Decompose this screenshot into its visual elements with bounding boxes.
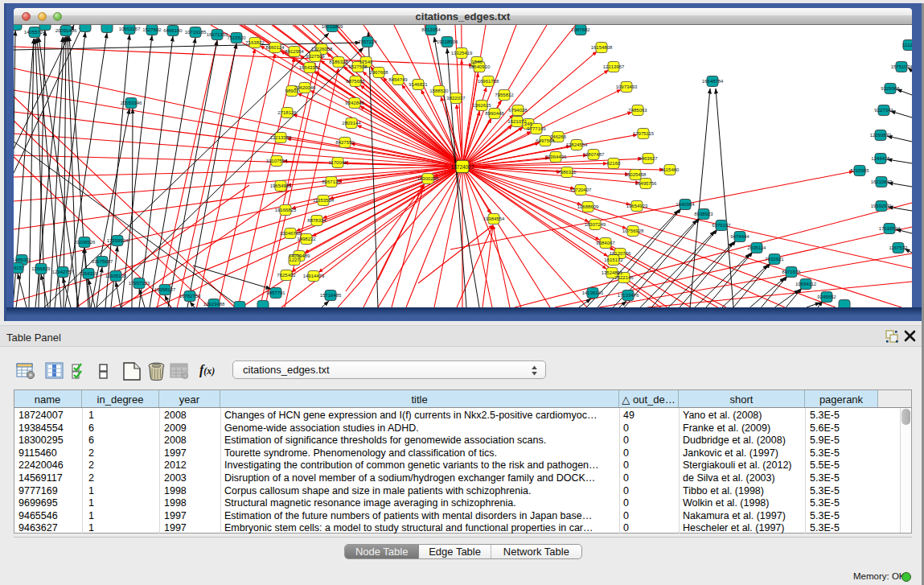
svg-text:10025458: 10025458 <box>625 172 647 177</box>
svg-text:2935114: 2935114 <box>748 245 767 250</box>
svg-text:93975687: 93975687 <box>92 259 113 264</box>
svg-text:10107554: 10107554 <box>266 159 288 163</box>
svg-text:7485063: 7485063 <box>628 108 647 113</box>
svg-text:11353594: 11353594 <box>313 198 335 203</box>
svg-text:8912954: 8912954 <box>285 49 304 54</box>
svg-text:16495756: 16495756 <box>635 181 657 186</box>
svg-text:12213967: 12213967 <box>603 64 625 69</box>
svg-text:15720407: 15720407 <box>570 187 592 192</box>
svg-text:2087682: 2087682 <box>571 27 590 32</box>
svg-text:6497568: 6497568 <box>536 138 555 143</box>
svg-text:8813054: 8813054 <box>421 27 441 32</box>
svg-text:10719185: 10719185 <box>185 30 207 35</box>
svg-text:6794028: 6794028 <box>508 108 528 113</box>
svg-text:6379197: 6379197 <box>712 223 731 228</box>
svg-text:8990448: 8990448 <box>485 111 504 116</box>
svg-text:7515520: 7515520 <box>227 35 246 40</box>
svg-text:12923488: 12923488 <box>203 302 225 307</box>
svg-text:7955812: 7955812 <box>495 93 514 97</box>
svg-text:7163822: 7163822 <box>245 40 265 45</box>
svg-text:1167533: 1167533 <box>889 245 909 250</box>
svg-text:2803144: 2803144 <box>342 121 361 126</box>
svg-text:13325419: 13325419 <box>451 51 473 56</box>
svg-text:18724007: 18724007 <box>451 164 474 170</box>
svg-text:16671355: 16671355 <box>207 32 228 37</box>
svg-text:18307249: 18307249 <box>585 222 606 227</box>
svg-text:7625402: 7625402 <box>277 273 296 278</box>
svg-text:98901: 98901 <box>285 89 299 93</box>
svg-text:10973493: 10973493 <box>616 84 638 89</box>
svg-text:9146821: 9146821 <box>409 82 428 87</box>
svg-text:17975115: 17975115 <box>633 131 655 136</box>
svg-text:19592971: 19592971 <box>871 204 893 208</box>
svg-text:1485001: 1485001 <box>14 257 31 262</box>
svg-text:17133476: 17133476 <box>618 293 639 298</box>
svg-text:8454749: 8454749 <box>388 77 408 82</box>
svg-text:9115460: 9115460 <box>661 167 680 172</box>
svg-text:14914479: 14914479 <box>303 274 325 278</box>
svg-text:19166825: 19166825 <box>275 208 297 212</box>
svg-text:1615172: 1615172 <box>604 257 623 262</box>
svg-text:1154319: 1154319 <box>80 271 99 276</box>
svg-text:19654923: 19654923 <box>626 204 648 208</box>
svg-text:9242848: 9242848 <box>345 101 364 105</box>
svg-text:20206526: 20206526 <box>74 240 96 245</box>
svg-text:12942757: 12942757 <box>52 270 74 274</box>
svg-text:20364436: 20364436 <box>545 154 567 159</box>
svg-text:12213369: 12213369 <box>270 135 292 140</box>
svg-text:10756928: 10756928 <box>622 229 644 233</box>
svg-text:10654112: 10654112 <box>795 282 817 286</box>
svg-text:9327509: 9327509 <box>306 54 325 59</box>
svg-text:7357224: 7357224 <box>358 39 377 44</box>
svg-text:18640910: 18640910 <box>469 64 491 69</box>
svg-text:10807487: 10807487 <box>583 152 605 157</box>
svg-text:10653267: 10653267 <box>119 27 141 31</box>
svg-text:6466160: 6466160 <box>163 28 183 33</box>
svg-text:39157: 39157 <box>14 266 25 270</box>
svg-text:14136141: 14136141 <box>582 290 604 295</box>
svg-text:9474444: 9474444 <box>730 234 749 239</box>
svg-text:13226058: 13226058 <box>311 47 333 51</box>
svg-text:17016504: 17016504 <box>879 226 901 231</box>
svg-text:3822037: 3822037 <box>446 96 466 101</box>
svg-text:2718126: 2718126 <box>277 110 297 115</box>
svg-text:8215955: 8215955 <box>850 168 869 173</box>
svg-text:13824554: 13824554 <box>566 142 588 147</box>
svg-text:16033809: 16033809 <box>322 25 343 29</box>
svg-text:19654985: 19654985 <box>270 183 292 188</box>
svg-text:7386322: 7386322 <box>557 170 577 175</box>
svg-text:9777169: 9777169 <box>527 126 546 131</box>
svg-text:10958127: 10958127 <box>154 287 176 292</box>
svg-text:17359924: 17359924 <box>107 238 129 243</box>
svg-text:20053346: 20053346 <box>121 101 142 105</box>
svg-text:1227: 1227 <box>289 257 300 262</box>
svg-text:8427552: 8427552 <box>335 140 355 145</box>
svg-text:15751074: 15751074 <box>891 64 912 69</box>
svg-text:8267130: 8267130 <box>322 179 341 184</box>
svg-text:1588520: 1588520 <box>429 89 449 93</box>
svg-text:16154808: 16154808 <box>591 45 613 50</box>
svg-text:19218506: 19218506 <box>437 39 458 44</box>
svg-text:16120766: 16120766 <box>610 251 631 256</box>
svg-text:9329966: 9329966 <box>881 86 900 91</box>
svg-text:16210643: 16210643 <box>871 179 893 184</box>
svg-text:9227343: 9227343 <box>874 108 893 113</box>
svg-text:1498222: 1498222 <box>297 237 316 241</box>
svg-text:16648784: 16648784 <box>702 79 724 84</box>
svg-text:8660124: 8660124 <box>265 45 285 50</box>
svg-text:10688609: 10688609 <box>577 204 599 209</box>
svg-text:16543382: 16543382 <box>299 65 321 70</box>
svg-text:9857791: 9857791 <box>266 290 285 295</box>
svg-text:12093872: 12093872 <box>870 133 892 138</box>
svg-text:1256829: 1256829 <box>31 266 51 271</box>
svg-text:14055724: 14055724 <box>24 30 46 35</box>
svg-text:15716485: 15716485 <box>320 293 342 298</box>
svg-text:9245652: 9245652 <box>817 295 836 299</box>
svg-text:12905135: 12905135 <box>105 274 127 278</box>
svg-text:1362615: 1362615 <box>472 103 491 108</box>
svg-text:62160: 62160 <box>607 161 621 166</box>
svg-text:10046768: 10046768 <box>280 231 302 236</box>
svg-text:1170046: 1170046 <box>329 160 348 165</box>
svg-text:2522146: 2522146 <box>614 275 634 280</box>
svg-text:8186328: 8186328 <box>329 60 348 64</box>
